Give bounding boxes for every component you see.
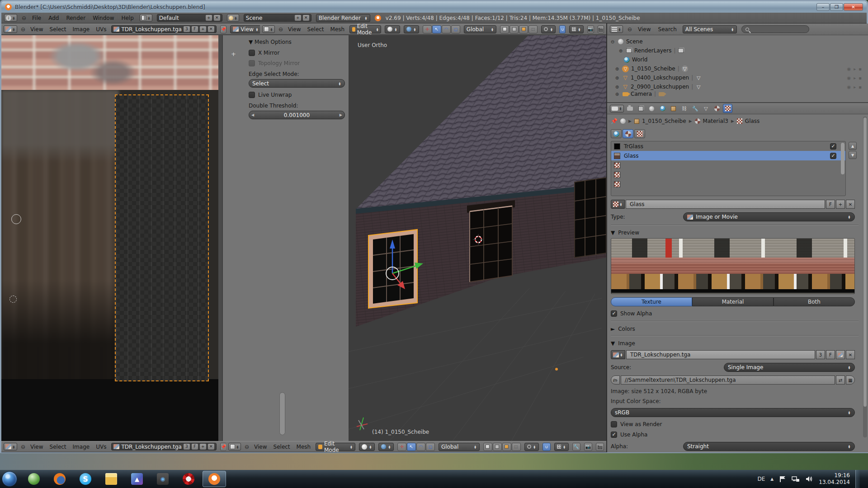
breadcrumb-texture[interactable]: Glass <box>745 118 760 124</box>
world-texture-context-icon[interactable] <box>611 129 622 138</box>
uv-image-canvas-top[interactable] <box>1 35 218 90</box>
live-unwrap-checkbox[interactable] <box>249 92 255 98</box>
image-fake-user-button[interactable]: F <box>192 444 198 450</box>
taskbar-app-media-player[interactable]: ◉ <box>151 471 175 487</box>
3d-menu-select[interactable]: Select <box>306 26 326 33</box>
mode-selector[interactable]: Edit Mode ▲▼ <box>349 25 381 33</box>
render-restrict-icon[interactable]: ▪ <box>859 84 862 89</box>
alpha-mode-dropdown[interactable]: Straight ▲▼ <box>683 442 855 451</box>
properties-type-selector[interactable]: ▲▼ <box>610 105 624 113</box>
uv-menu-select[interactable]: Select <box>48 26 68 33</box>
outliner-search-input[interactable] <box>741 25 809 33</box>
view-as-render-checkbox[interactable] <box>611 421 617 427</box>
collapse-icon[interactable]: ⊖ <box>610 39 615 44</box>
taskbar-clock[interactable]: 19:16 13.04.2014 <box>819 472 850 486</box>
menu-add[interactable]: Add <box>47 15 60 21</box>
image-pack-button[interactable] <box>836 350 845 359</box>
expand-icon[interactable]: ⊕ <box>618 48 623 53</box>
edge-select-mode-dropdown[interactable]: Select ▲▼ <box>249 79 345 88</box>
properties-scrollbar[interactable] <box>863 117 867 437</box>
vertex-select-icon[interactable] <box>483 443 492 451</box>
uv-menu-view[interactable]: View <box>29 444 44 450</box>
transform-orientation-selector[interactable]: Global ▲▼ <box>439 443 480 451</box>
restore-button[interactable]: ❐ <box>830 3 843 11</box>
manipulator-axis-icon[interactable]: ✛ <box>423 25 432 33</box>
volume-icon[interactable] <box>805 475 813 483</box>
menu-window[interactable]: Window <box>91 15 115 21</box>
outliner-item-lokschuppen1[interactable]: ⊕ ▽ 1_0400_Lokschuppen | ▽ ◉▸▪ <box>610 73 866 82</box>
render-opengl-icon[interactable]: 📷 <box>587 25 594 33</box>
layout-delete-button[interactable]: ✕ <box>214 15 220 21</box>
select-restrict-icon[interactable]: ▸ <box>854 84 856 89</box>
open-image-icon[interactable]: 🗁 <box>611 375 620 385</box>
uv-image-datablock[interactable]: TDR_Lokschuppen.tga 3 F + ✕ <box>111 443 216 450</box>
taskbar-app-skype[interactable]: S <box>74 471 97 487</box>
preview-texture-button[interactable]: Texture <box>611 297 692 306</box>
pivot-point-selector[interactable]: ▲▼ <box>378 443 394 451</box>
uv-menu-view[interactable]: View <box>29 26 44 33</box>
outliner-menu-view[interactable]: View <box>637 26 652 33</box>
3d-menu-mesh[interactable]: Mesh <box>329 26 346 33</box>
tab-render[interactable] <box>625 104 635 113</box>
3d-menu-view[interactable]: View <box>287 26 302 33</box>
mode-selector[interactable]: Edit Mode ▲▼ <box>316 443 355 451</box>
screen-layout-icon[interactable]: ▲▼ <box>140 14 152 22</box>
tab-material[interactable] <box>712 104 722 113</box>
image-fake-user-button[interactable]: F <box>826 350 835 359</box>
vertex-select-icon[interactable] <box>500 25 509 33</box>
reload-image-icon[interactable]: ⇄ <box>836 375 845 385</box>
title-bar[interactable]: Blender* [C:\Users\Schmiddi\Desktop\3D\B… <box>1 1 867 13</box>
slot-enabled-checkbox[interactable]: ✓ <box>830 153 836 159</box>
rotate-manipulator-icon[interactable]: ◠ <box>442 25 451 33</box>
preview-both-button[interactable]: Both <box>774 297 855 306</box>
show-alpha-checkbox[interactable]: ✓ <box>611 310 617 317</box>
3d-viewport[interactable]: User Ortho (14) 1_0150_Scheibe <box>349 35 606 441</box>
file-path-input[interactable]: //Sammeltexturen\TDR_Lokschuppen.tga <box>621 375 835 385</box>
pin-icon[interactable]: 📌 <box>220 25 226 33</box>
viewport-shading-selector[interactable]: ▲▼ <box>359 443 375 451</box>
edge-select-icon[interactable] <box>509 25 519 33</box>
image-new-button[interactable]: + <box>200 26 206 32</box>
mesh-options-panel-title[interactable]: ▼ Mesh Options <box>249 39 345 45</box>
scene-delete-button[interactable]: ✕ <box>303 15 309 21</box>
fake-user-button[interactable]: F <box>826 200 835 209</box>
snap-element-selector[interactable]: ▲▼ <box>569 25 584 33</box>
uv-selection-glass-island[interactable] <box>115 94 209 381</box>
select-restrict-icon[interactable]: ▸ <box>854 75 856 80</box>
outliner-item-lokschuppen2[interactable]: ⊕ ▽ 2_0900_Lokschuppen | ▽ ◉▸▪ <box>610 82 866 91</box>
image-new-button[interactable]: + <box>200 444 206 450</box>
uv-editor-type-selector[interactable]: ▲▼ <box>4 443 17 450</box>
collapse-menus-icon[interactable]: ⊖ <box>22 15 26 21</box>
breadcrumb-object[interactable]: 1_0150_Scheibe <box>642 118 686 124</box>
outliner-item-camera[interactable]: ⊕ Camera | <box>610 91 866 97</box>
image-panel-header[interactable]: ▼ Image <box>611 340 859 347</box>
breadcrumb-material[interactable]: Material3 <box>703 118 728 124</box>
taskbar-app-red-tool[interactable] <box>177 471 200 487</box>
spanner-icon[interactable]: 🔧 <box>572 443 580 451</box>
uv-menu-image[interactable]: Image <box>71 444 91 450</box>
taskbar-app-image-viewer[interactable]: ▲ <box>125 471 149 487</box>
collapse-menus-icon[interactable]: ⊖ <box>278 26 283 33</box>
edge-select-icon[interactable] <box>493 443 502 451</box>
3d-menu-mesh[interactable]: Mesh <box>295 444 312 450</box>
3d-editor-type-selector[interactable]: ▲▼ <box>262 25 275 33</box>
limit-select-visible-icon[interactable]: ⬚ <box>512 443 521 451</box>
live-unwrap-option[interactable]: Live Unwrap <box>249 92 345 98</box>
translate-manipulator-icon[interactable]: ↖ <box>407 443 416 451</box>
manipulator-axis-icon[interactable]: ✛ <box>397 443 406 451</box>
move-slot-down-button[interactable]: ▼ <box>849 151 857 159</box>
expand-icon[interactable]: ⊕ <box>614 84 620 89</box>
render-opengl-icon[interactable]: 📷 <box>584 443 592 451</box>
image-name-field[interactable]: TDR_Lokschuppen.tga <box>626 350 815 359</box>
uv-menu-image[interactable]: Image <box>71 26 91 33</box>
hide-icon[interactable]: ◉ <box>847 84 851 89</box>
uv-editor-type-selector[interactable]: ▲▼ <box>4 25 17 33</box>
uv-image-datablock[interactable]: TDR_Lokschuppen.tga 3 F + ✕ <box>111 25 216 33</box>
collapse-menus-icon[interactable]: ⊖ <box>21 26 25 33</box>
tab-texture[interactable] <box>723 104 732 113</box>
translate-manipulator-icon[interactable]: ↖ <box>432 25 441 33</box>
network-icon[interactable] <box>792 475 800 483</box>
expand-icon[interactable]: ⊕ <box>614 75 620 80</box>
list-scrollbar[interactable] <box>841 143 844 174</box>
expand-icon[interactable]: ⊕ <box>614 66 620 71</box>
